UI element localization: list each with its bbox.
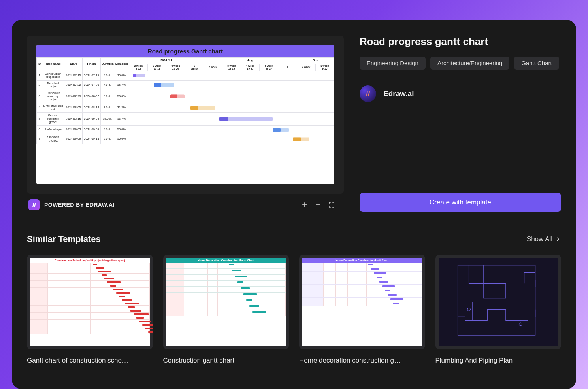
template-title: Plumbing And Piping Plan [435, 357, 562, 364]
template-title: Gantt chart of construction sche… [27, 357, 153, 364]
gantt-row: 6Surface layer2024-09-032024-09-095.0 d.… [37, 126, 334, 134]
col-task: Task name [42, 58, 64, 71]
similar-title: Similar Templates [27, 234, 101, 244]
template-card[interactable]: Construction Schedule (multi-project/lar… [27, 255, 153, 364]
similar-cards: Construction Schedule (multi-project/lar… [27, 255, 561, 364]
week-col: 4 week22-26 [166, 64, 185, 71]
week-col: 4 week19-23 [241, 64, 260, 71]
gantt-chart: Road progress Gantt chart ID Task name S… [36, 45, 334, 184]
tag[interactable]: Engineering Design [360, 57, 426, 70]
week-col: 1 [278, 64, 297, 71]
template-title: Home decoration construction g… [299, 357, 425, 364]
gantt-row: 7Sidewalk project2024-09-092024-09-135.0… [37, 134, 334, 144]
top-row: Road progress Gantt chart ID Task name S… [27, 36, 561, 212]
template-card[interactable]: Home Decoration Construction Gantt Chart… [163, 255, 289, 364]
author-row[interactable]: II Edraw.ai [360, 85, 561, 102]
month-aug: Aug [204, 58, 297, 64]
preview-column: Road progress Gantt chart ID Task name S… [27, 36, 344, 212]
week-col: 2 week8-12 [129, 64, 148, 71]
gantt-header-row: ID Task name Start Finish Duration Compl… [37, 58, 334, 64]
show-all-button[interactable]: Show All [527, 235, 561, 243]
chart-title: Road progress Gantt chart [36, 45, 334, 57]
week-col: 1climb [185, 64, 204, 71]
similar-header: Similar Templates Show All [27, 234, 561, 244]
gantt-row: 5Cement stabilized gravel2024-08-152024-… [37, 113, 334, 126]
week-col: 2 week [204, 64, 222, 71]
author-name: Edraw.ai [383, 89, 414, 98]
create-with-template-button[interactable]: Create with template [360, 193, 561, 212]
week-col: 3 week9-10 [315, 64, 334, 71]
gantt-row: 2Roadbed project2024-07-222024-07-307.0 … [37, 80, 334, 90]
gantt-table: ID Task name Start Finish Duration Compl… [36, 57, 334, 144]
template-thumb: Construction Schedule (multi-project/lar… [27, 255, 153, 349]
month-jul: 2024 Jul [129, 58, 204, 64]
template-title: Construction gantt chart [163, 357, 289, 364]
svg-rect-3 [458, 265, 535, 335]
author-logo-icon: II [360, 85, 376, 102]
col-complete: Complete [114, 58, 129, 71]
piping-plan-icon [439, 258, 558, 346]
gantt-row: 3Rainwater sewerage project2024-07-29202… [37, 90, 334, 103]
info-column: Road progress gantt chart Engineering De… [360, 36, 561, 212]
week-col: 3 week12-16 [222, 64, 241, 71]
show-all-label: Show All [527, 235, 552, 243]
week-col: 2 week [297, 64, 315, 71]
chevron-right-icon [555, 236, 561, 242]
zoom-out-button[interactable] [314, 200, 322, 209]
svg-point-4 [467, 308, 470, 311]
col-finish: Finish [83, 58, 101, 71]
template-card[interactable]: Plumbing And Piping Plan [435, 255, 562, 364]
template-thumb: Home Decoration Construction Gantt Chart [299, 255, 425, 349]
powered-by-label: POWERED BY EDRAW.AI [44, 202, 115, 208]
page-title: Road progress gantt chart [360, 36, 561, 48]
col-duration: Duration [101, 58, 114, 71]
gantt-row: 1Construction preparation2024-07-152024-… [37, 71, 334, 80]
col-start: Start [64, 58, 83, 71]
app-window: Road progress Gantt chart ID Task name S… [12, 20, 576, 389]
gantt-row: 4Lime stabilized soil2024-08-052024-08-1… [37, 103, 334, 112]
svg-point-5 [519, 323, 522, 325]
template-card[interactable]: Home Decoration Construction Gantt Chart… [299, 255, 425, 364]
template-thumb [435, 255, 562, 349]
template-thumb: Home Decoration Construction Gantt Chart [163, 255, 289, 349]
fullscreen-button[interactable] [327, 200, 336, 209]
zoom-in-button[interactable] [300, 200, 309, 209]
week-col: 5 week26-27 [260, 64, 278, 71]
tag-list: Engineering DesignArchitecture/Engineeri… [360, 57, 561, 70]
brand-logo-icon: II [28, 199, 40, 210]
week-col: 3 week15-19 [148, 64, 166, 71]
template-preview: Road progress Gantt chart ID Task name S… [27, 36, 344, 194]
tag[interactable]: Gantt Chart [514, 57, 559, 70]
month-sep: Sep [297, 58, 334, 64]
preview-toolbar: II POWERED BY EDRAW.AI [27, 194, 344, 212]
tag[interactable]: Architecture/Engineering [430, 57, 509, 70]
col-id: ID [37, 58, 42, 71]
